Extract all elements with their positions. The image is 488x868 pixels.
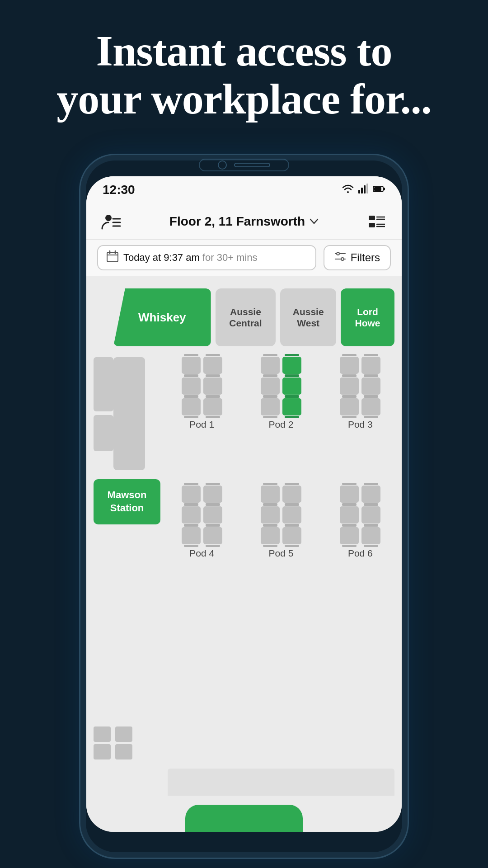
phone-camera xyxy=(218,160,227,170)
svg-point-24 xyxy=(341,258,344,260)
app-header: Floor 2, 11 Farnsworth xyxy=(86,203,402,240)
date-text: Today at 9:37 am for 30+ mins xyxy=(123,252,258,264)
mawson-station-room[interactable]: Mawson Station xyxy=(94,479,160,524)
svg-point-23 xyxy=(337,252,339,255)
svg-rect-11 xyxy=(369,216,375,220)
headline-line1: Instant access to xyxy=(96,27,392,75)
sliders-icon xyxy=(334,250,346,265)
list-view-button[interactable] xyxy=(366,210,388,233)
status-bar: 12:30 xyxy=(86,176,402,203)
pod-3-cluster[interactable]: Pod 3 xyxy=(326,355,394,430)
left-rect-1 xyxy=(94,357,113,411)
filter-label: Filters xyxy=(351,251,380,264)
date-suffix: for 30+ mins xyxy=(202,252,258,263)
desk-unit xyxy=(340,506,359,524)
desk-unit xyxy=(261,357,280,374)
pod-5-label: Pod 5 xyxy=(269,548,294,559)
mawson-station-label: Mawson Station xyxy=(97,489,157,514)
desk-unit xyxy=(261,486,280,503)
svg-rect-0 xyxy=(358,190,360,193)
desk-unit xyxy=(261,377,280,395)
bottom-corridor xyxy=(168,769,394,796)
pod-3-label: Pod 3 xyxy=(348,419,373,430)
phone-screen: 12:30 xyxy=(86,176,402,832)
desk-unit xyxy=(361,377,380,395)
pod-1-label: Pod 1 xyxy=(189,419,214,430)
pod-1-cluster[interactable]: Pod 1 xyxy=(168,355,236,430)
filters-button[interactable]: Filters xyxy=(324,245,391,270)
desk-unit xyxy=(182,506,201,524)
desk-unit xyxy=(182,486,201,503)
svg-rect-17 xyxy=(107,252,118,262)
date-value: Today at 9:37 am xyxy=(123,252,200,263)
screen-content: 12:30 xyxy=(86,176,402,832)
pod-6-label: Pod 6 xyxy=(348,548,373,559)
headline-line2: your workplace for... xyxy=(56,75,432,123)
desk-unit-active xyxy=(282,398,301,415)
desk-unit xyxy=(182,357,201,374)
svg-point-7 xyxy=(105,215,112,221)
desk-unit xyxy=(182,377,201,395)
svg-rect-3 xyxy=(366,184,368,193)
left-corridor xyxy=(113,357,145,470)
desk-unit xyxy=(361,357,380,374)
room-whiskey[interactable]: Whiskey xyxy=(113,288,211,346)
status-icons xyxy=(342,184,385,196)
desk-unit xyxy=(203,486,222,503)
avatar-button[interactable] xyxy=(100,210,122,233)
svg-rect-6 xyxy=(384,188,385,190)
desk-unit-active xyxy=(282,377,301,395)
calendar-icon xyxy=(106,250,119,266)
pod-2-label: Pod 2 xyxy=(269,419,294,430)
desk-unit xyxy=(203,398,222,415)
desk-unit xyxy=(282,506,301,524)
filter-bar: Today at 9:37 am for 30+ mins Filters xyxy=(86,240,402,276)
pod-4-cluster[interactable]: Pod 4 xyxy=(168,484,236,559)
desk-unit xyxy=(340,377,359,395)
svg-rect-2 xyxy=(364,185,366,193)
phone-device: 12:30 xyxy=(79,154,409,859)
desk-unit xyxy=(261,506,280,524)
room-lord-howe-label: Lord Howe xyxy=(344,306,391,329)
room-aussie-west[interactable]: Aussie West xyxy=(280,288,336,346)
room-aussie-central[interactable]: Aussie Central xyxy=(216,288,276,346)
desk-unit xyxy=(261,527,280,544)
bottom-cta-bar[interactable] xyxy=(185,805,303,832)
room-aussie-central-label: Aussie Central xyxy=(219,306,272,329)
status-time: 12:30 xyxy=(103,183,135,197)
desk-unit xyxy=(340,357,359,374)
desk-unit-active xyxy=(282,357,301,374)
desk-unit xyxy=(261,398,280,415)
room-lord-howe[interactable]: Lord Howe xyxy=(341,288,394,346)
phone-top-bar xyxy=(199,159,289,171)
floor-map[interactable]: Whiskey Aussie Central Aussie West Lord … xyxy=(86,276,402,832)
dropdown-chevron xyxy=(310,216,319,227)
svg-rect-5 xyxy=(374,187,381,191)
desk-unit xyxy=(361,398,380,415)
left-rect-2 xyxy=(94,415,113,451)
pod-2-cluster[interactable]: Pod 2 xyxy=(247,355,315,430)
desk-unit xyxy=(203,527,222,544)
desk-unit xyxy=(282,486,301,503)
desk-unit xyxy=(340,398,359,415)
floor-selector[interactable]: Floor 2, 11 Farnsworth xyxy=(169,214,319,229)
svg-rect-12 xyxy=(369,223,375,227)
desk-unit xyxy=(182,527,201,544)
desk-unit xyxy=(361,486,380,503)
room-aussie-west-label: Aussie West xyxy=(284,306,333,329)
phone-speaker xyxy=(234,163,270,167)
pod-4-label: Pod 4 xyxy=(189,548,214,559)
pod-6-cluster[interactable]: Pod 6 xyxy=(326,484,394,559)
date-filter-button[interactable]: Today at 9:37 am for 30+ mins xyxy=(97,245,316,270)
bottom-left-desks xyxy=(94,726,134,760)
desk-unit xyxy=(361,527,380,544)
person-list-icon xyxy=(101,212,121,231)
desk-unit xyxy=(340,527,359,544)
headline-section: Instant access to your workplace for... xyxy=(0,27,488,123)
wifi-icon xyxy=(342,184,354,196)
pod-5-cluster[interactable]: Pod 5 xyxy=(247,484,315,559)
room-whiskey-label: Whiskey xyxy=(138,311,186,325)
desk-unit xyxy=(282,527,301,544)
floor-title: Floor 2, 11 Farnsworth xyxy=(169,214,305,229)
desk-unit xyxy=(361,506,380,524)
